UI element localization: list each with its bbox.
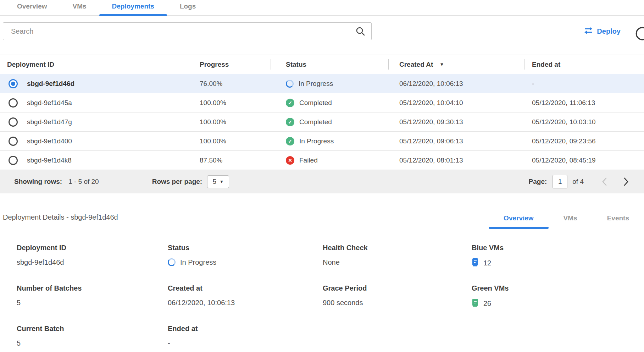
chevron-down-icon: ▼ <box>220 179 224 184</box>
field-status: Status In Progress <box>168 244 323 269</box>
search-box <box>3 22 372 40</box>
field-value: 06/12/2020, 10:06:13 <box>168 298 323 307</box>
deployments-page: Overview VMs Deployments Logs Deploy Dep… <box>0 0 644 352</box>
table-row[interactable]: sbgd-9ef1d4k8 87.50% ✕Failed 05/12/2020,… <box>0 151 644 170</box>
field-blue-vms: Blue VMs 12 <box>472 244 644 269</box>
created-at-cell: 05/12/2020, 09:06:13 <box>388 137 524 145</box>
progress-cell: 87.50% <box>187 156 271 164</box>
created-at-cell: 05/12/2020, 08:01:13 <box>388 156 524 164</box>
field-value: In Progress <box>180 258 216 266</box>
field-value: 12 <box>483 259 491 267</box>
field-label: Status <box>168 244 323 252</box>
col-created-at[interactable]: Created At <box>399 61 433 68</box>
field-ended-at: Ended at - <box>168 325 323 348</box>
rows-per-page-select[interactable]: 5 ▼ <box>207 175 229 188</box>
row-radio[interactable] <box>9 137 18 146</box>
row-radio-selected[interactable] <box>9 79 18 88</box>
col-status[interactable]: Status <box>286 61 306 68</box>
details-tab-vms[interactable]: VMs <box>549 214 592 228</box>
row-radio[interactable] <box>9 156 18 165</box>
deployments-table: Deployment ID Progress Status Created At… <box>0 55 644 193</box>
row-radio[interactable] <box>9 117 18 127</box>
next-page-icon[interactable] <box>619 175 633 189</box>
tab-deployments[interactable]: Deployments <box>99 0 167 15</box>
in-progress-spinner-icon <box>286 80 294 88</box>
completed-check-icon: ✓ <box>286 99 294 107</box>
col-deployment-id[interactable]: Deployment ID <box>7 61 54 68</box>
green-vm-icon <box>472 298 479 309</box>
refresh-icon[interactable] <box>634 26 644 43</box>
details-grid: Deployment ID sbgd-9ef1d46d Status In Pr… <box>17 244 644 348</box>
details-tab-bar: Overview VMs Events <box>489 214 644 228</box>
field-value: sbgd-9ef1d46d <box>17 258 168 267</box>
in-progress-spinner-icon <box>168 258 176 266</box>
previous-page-icon[interactable] <box>597 175 611 189</box>
deploy-button[interactable]: Deploy <box>583 27 621 36</box>
field-value: 5 <box>17 339 168 348</box>
field-value: None <box>323 258 472 267</box>
tab-logs[interactable]: Logs <box>167 0 209 15</box>
field-label: Health Check <box>323 244 472 252</box>
field-current-batch: Current Batch 5 <box>17 325 168 348</box>
field-label: Grace Period <box>323 284 472 292</box>
table-row[interactable]: sbgd-9ef1d45a 100.00% ✓Completed 05/12/2… <box>0 93 644 112</box>
deployment-id-cell: sbgd-9ef1d4k8 <box>27 156 72 164</box>
page-of-label: of 4 <box>572 178 584 186</box>
field-label: Current Batch <box>17 325 168 333</box>
pagination: Page: of 4 <box>529 175 633 189</box>
row-radio[interactable] <box>9 98 18 108</box>
created-at-cell: 05/12/2020, 09:30:13 <box>388 118 524 126</box>
field-green-vms: Green VMs 26 <box>472 284 644 309</box>
top-tab-bar: Overview VMs Deployments Logs <box>0 0 644 16</box>
created-at-cell: 05/12/2020, 10:04:10 <box>388 99 524 107</box>
status-cell: Failed <box>299 156 318 164</box>
showing-rows-value: 1 - 5 of 20 <box>68 178 99 186</box>
field-deployment-id: Deployment ID sbgd-9ef1d46d <box>17 244 168 269</box>
sort-desc-icon[interactable]: ▼ <box>439 62 444 67</box>
field-grace-period: Grace Period 900 seconds <box>323 284 472 309</box>
deployment-id-cell: sbgd-9ef1d45a <box>27 99 72 107</box>
field-value: 900 seconds <box>323 298 472 307</box>
field-health-check: Health Check None <box>323 244 472 269</box>
field-value: - <box>168 339 323 348</box>
status-cell: In Progress <box>299 137 334 145</box>
col-ended-at[interactable]: Ended at <box>532 61 560 68</box>
field-label: Created at <box>168 284 323 292</box>
completed-check-icon: ✓ <box>286 118 294 126</box>
page-number-input[interactable] <box>553 175 567 188</box>
field-label: Ended at <box>168 325 323 333</box>
progress-cell: 100.00% <box>187 137 271 145</box>
details-tab-events[interactable]: Events <box>592 214 644 228</box>
ended-at-cell: 05/12/2020, 09:23:56 <box>524 137 644 145</box>
table-header-row: Deployment ID Progress Status Created At… <box>0 55 644 74</box>
progress-cell: 100.00% <box>187 99 271 107</box>
tab-overview[interactable]: Overview <box>4 0 60 15</box>
status-cell: In Progress <box>299 80 333 88</box>
deployment-id-cell: sbgd-9ef1d47g <box>27 118 72 126</box>
deploy-button-label: Deploy <box>597 27 621 35</box>
search-icon <box>355 26 365 38</box>
deployment-id-cell: sbgd-9ef1d400 <box>27 137 72 145</box>
ended-at-cell: - <box>524 80 644 88</box>
deployment-id-cell: sbgd-9ef1d46d <box>27 80 74 88</box>
rows-per-page-label: Rows per page: <box>152 178 202 186</box>
ended-at-cell: 05/12/2020, 10:03:10 <box>524 118 644 126</box>
tab-vms[interactable]: VMs <box>60 0 99 15</box>
table-row[interactable]: sbgd-9ef1d47g 100.00% ✓Completed 05/12/2… <box>0 112 644 132</box>
table-row[interactable]: sbgd-9ef1d46d 76.00% In Progress 06/12/2… <box>0 74 644 93</box>
details-title: Deployment Details - sbgd-9ef1d46d <box>3 213 118 228</box>
search-input[interactable] <box>3 22 372 40</box>
field-value: 5 <box>17 298 168 307</box>
status-cell: Completed <box>299 118 332 126</box>
failed-x-icon: ✕ <box>286 156 294 165</box>
table-row[interactable]: sbgd-9ef1d400 100.00% ✓In Progress 05/12… <box>0 132 644 151</box>
status-cell: Completed <box>299 99 332 107</box>
details-tab-overview[interactable]: Overview <box>489 214 549 228</box>
rows-per-page-value: 5 <box>212 178 216 186</box>
progress-cell: 76.00% <box>187 80 271 88</box>
created-at-cell: 06/12/2020, 10:06:13 <box>388 80 524 88</box>
col-progress[interactable]: Progress <box>200 61 229 68</box>
ended-at-cell: 05/12/2020, 08:45:19 <box>524 156 644 164</box>
swap-arrows-icon <box>583 27 593 36</box>
field-number-of-batches: Number of Batches 5 <box>17 284 168 309</box>
